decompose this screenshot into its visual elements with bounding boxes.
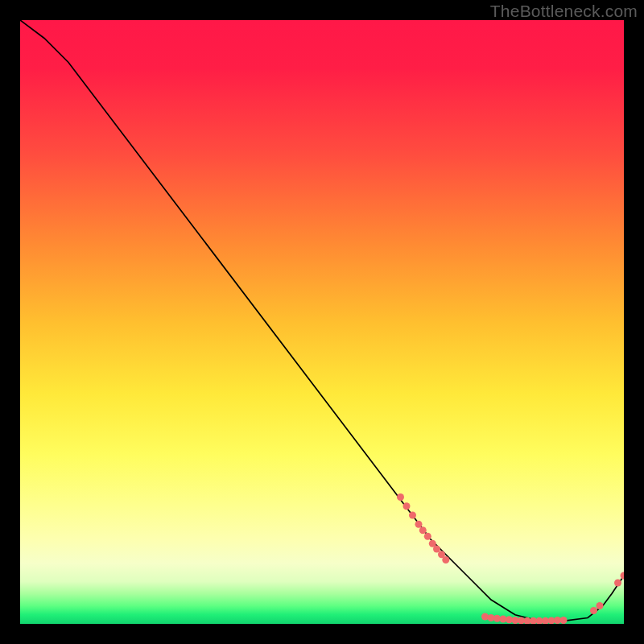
chart-svg bbox=[20, 20, 624, 624]
data-point bbox=[621, 572, 625, 580]
watermark-text: TheBottleneck.com bbox=[490, 2, 638, 21]
data-point bbox=[424, 533, 431, 540]
data-point bbox=[397, 493, 404, 501]
data-point bbox=[481, 613, 489, 621]
data-point bbox=[403, 502, 411, 510]
data-point bbox=[433, 546, 440, 553]
data-point bbox=[614, 580, 621, 587]
data-markers bbox=[397, 493, 624, 624]
data-point bbox=[409, 512, 416, 519]
bottleneck-curve bbox=[20, 20, 624, 621]
data-point bbox=[590, 607, 597, 614]
plot-area bbox=[20, 20, 624, 624]
data-point bbox=[419, 526, 427, 534]
data-point bbox=[442, 556, 449, 564]
chart-container: TheBottleneck.com bbox=[0, 0, 644, 644]
data-point bbox=[597, 602, 604, 609]
data-point bbox=[560, 617, 568, 624]
data-point bbox=[415, 521, 423, 528]
